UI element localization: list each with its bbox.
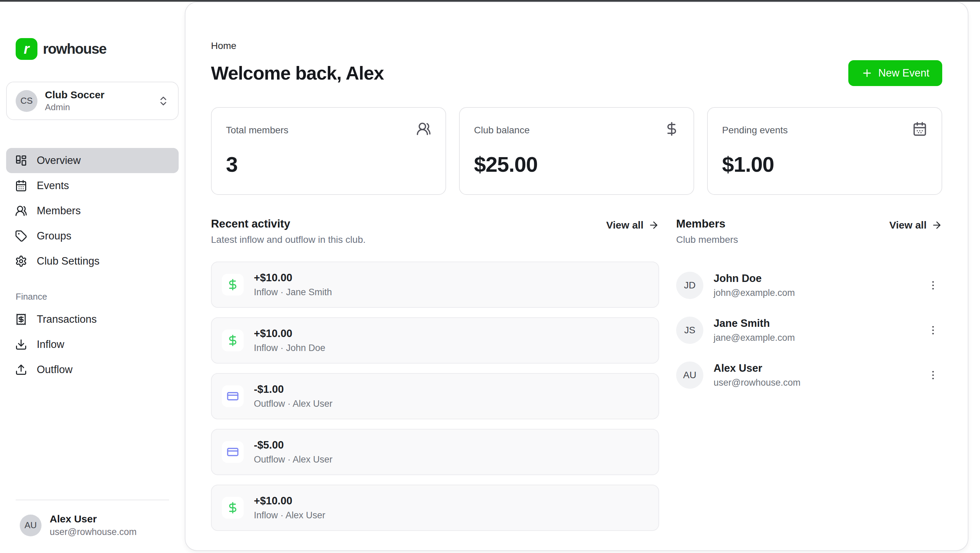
- kebab-icon: [927, 280, 939, 291]
- activity-amount: -$5.00: [254, 439, 332, 451]
- member-menu-button[interactable]: [924, 366, 942, 384]
- stat-value: 3: [226, 152, 431, 176]
- main-card: Home Welcome back, Alex New Event Total …: [185, 2, 969, 551]
- member-avatar: AU: [676, 362, 703, 389]
- sidebar-item-members[interactable]: Members: [6, 198, 179, 224]
- activity-row[interactable]: +$10.00 Inflow · Jane Smith: [211, 262, 659, 308]
- member-menu-button[interactable]: [924, 321, 942, 339]
- activity-list: +$10.00 Inflow · Jane Smith +$10.00 Infl…: [211, 262, 659, 531]
- download-icon: [15, 338, 27, 351]
- activity-amount: -$1.00: [254, 383, 332, 396]
- users-icon: [15, 205, 27, 217]
- sidebar-item-label: Members: [37, 205, 81, 217]
- finance-nav: Transactions Inflow Outflow: [6, 307, 179, 382]
- members-view-all-link[interactable]: View all: [889, 219, 942, 231]
- recent-activity-title: Recent activity: [211, 217, 366, 230]
- user-email: user@rowhouse.com: [50, 527, 137, 537]
- sidebar-item-club-settings[interactable]: Club Settings: [6, 249, 179, 274]
- dollar-icon: [664, 121, 679, 137]
- arrow-right-icon: [931, 220, 942, 230]
- sidebar-divider: [16, 500, 169, 500]
- members-subtitle: Club members: [676, 234, 738, 245]
- dollar-icon: [222, 274, 243, 296]
- sidebar-item-events[interactable]: Events: [6, 173, 179, 198]
- member-list: JD John Doe john@example.com JS: [676, 263, 942, 397]
- activity-detail: Inflow · Alex User: [254, 510, 325, 521]
- user-avatar: AU: [20, 515, 41, 536]
- sidebar-item-label: Inflow: [37, 338, 64, 351]
- breadcrumb[interactable]: Home: [211, 40, 942, 51]
- view-all-label: View all: [606, 219, 643, 231]
- activity-row[interactable]: -$5.00 Outflow · Alex User: [211, 429, 659, 475]
- chevrons-up-down-icon: [158, 95, 169, 107]
- sidebar-item-label: Groups: [37, 230, 72, 242]
- member-email: john@example.com: [714, 288, 795, 298]
- member-row: AU Alex User user@rowhouse.com: [676, 353, 942, 397]
- dashboard-icon: [15, 154, 27, 167]
- user-name: Alex User: [50, 513, 137, 525]
- activity-amount: +$10.00: [254, 272, 332, 284]
- sidebar-item-label: Transactions: [37, 313, 97, 326]
- activity-detail: Outflow · Alex User: [254, 454, 332, 465]
- stat-label: Total members: [226, 125, 288, 136]
- credit-card-icon: [222, 441, 243, 463]
- brand-logo: r rowhouse: [16, 38, 185, 60]
- sidebar-item-label: Overview: [37, 154, 81, 167]
- stat-label: Club balance: [474, 125, 530, 136]
- main-area: Home Welcome back, Alex New Event Total …: [185, 0, 980, 553]
- window-top-edge: [0, 0, 980, 2]
- activity-detail: Inflow · John Doe: [254, 343, 325, 353]
- member-email: user@rowhouse.com: [714, 378, 801, 388]
- new-event-button[interactable]: New Event: [848, 60, 942, 86]
- gear-icon: [15, 255, 27, 267]
- member-menu-button[interactable]: [924, 276, 942, 294]
- dollar-icon: [222, 497, 243, 519]
- dollar-icon: [222, 329, 243, 351]
- stat-value: $1.00: [722, 152, 927, 176]
- calendar-icon: [912, 121, 927, 137]
- new-event-label: New Event: [878, 67, 929, 79]
- activity-row[interactable]: -$1.00 Outflow · Alex User: [211, 373, 659, 420]
- brand-name: rowhouse: [43, 41, 106, 57]
- activity-row[interactable]: +$10.00 Inflow · Alex User: [211, 485, 659, 531]
- member-name: Jane Smith: [714, 317, 795, 329]
- sidebar-item-label: Events: [37, 180, 69, 192]
- club-selector[interactable]: CS Club Soccer Admin: [6, 82, 179, 120]
- kebab-icon: [927, 369, 939, 381]
- upload-icon: [15, 364, 27, 376]
- credit-card-icon: [222, 385, 243, 407]
- activity-view-all-link[interactable]: View all: [606, 219, 659, 231]
- current-user[interactable]: AU Alex User user@rowhouse.com: [20, 513, 185, 537]
- sidebar-item-inflow[interactable]: Inflow: [6, 332, 179, 357]
- stat-value: $25.00: [474, 152, 679, 176]
- sidebar-item-transactions[interactable]: Transactions: [6, 307, 179, 332]
- activity-row[interactable]: +$10.00 Inflow · John Doe: [211, 317, 659, 364]
- club-avatar: CS: [16, 90, 37, 112]
- club-role: Admin: [45, 102, 105, 113]
- kebab-icon: [927, 324, 939, 336]
- view-all-label: View all: [889, 219, 927, 231]
- tag-icon: [15, 230, 27, 242]
- sidebar-item-label: Club Settings: [37, 255, 99, 267]
- club-name: Club Soccer: [45, 89, 105, 101]
- members-title: Members: [676, 217, 738, 230]
- activity-detail: Outflow · Alex User: [254, 399, 332, 409]
- member-name: John Doe: [714, 272, 795, 284]
- member-avatar: JD: [676, 272, 703, 299]
- finance-section-label: Finance: [16, 291, 185, 302]
- stat-card-pending-events: Pending events $1.00: [707, 107, 942, 195]
- sidebar-item-groups[interactable]: Groups: [6, 224, 179, 249]
- member-row: JS Jane Smith jane@example.com: [676, 308, 942, 353]
- activity-amount: +$10.00: [254, 327, 325, 340]
- users-icon: [416, 121, 431, 137]
- member-email: jane@example.com: [714, 333, 795, 343]
- member-name: Alex User: [714, 362, 801, 375]
- rowhouse-logo-icon: r: [16, 38, 37, 60]
- sidebar-item-overview[interactable]: Overview: [6, 148, 179, 173]
- receipt-icon: [15, 313, 27, 326]
- member-avatar: JS: [676, 317, 703, 344]
- recent-activity-section: Recent activity Latest inflow and outflo…: [211, 217, 659, 531]
- sidebar-item-outflow[interactable]: Outflow: [6, 357, 179, 382]
- calendar-icon: [15, 180, 27, 192]
- activity-amount: +$10.00: [254, 495, 325, 507]
